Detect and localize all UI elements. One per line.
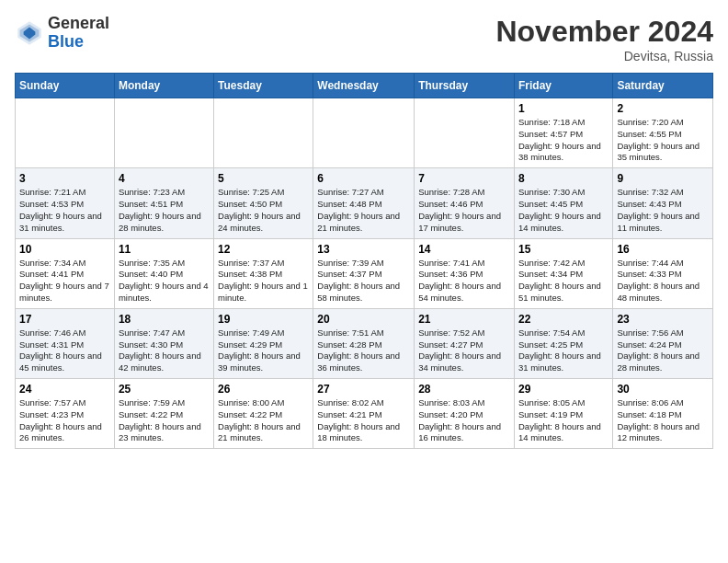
day-number: 11: [119, 243, 210, 256]
day-cell: 13Sunrise: 7:39 AM Sunset: 4:37 PM Dayli…: [313, 238, 415, 308]
day-number: 2: [617, 102, 709, 115]
day-info: Sunrise: 7:23 AM Sunset: 4:51 PM Dayligh…: [119, 187, 210, 234]
day-cell: 17Sunrise: 7:46 AM Sunset: 4:31 PM Dayli…: [16, 308, 115, 378]
day-cell: [114, 98, 213, 168]
day-number: 20: [317, 313, 410, 326]
day-cell: 24Sunrise: 7:57 AM Sunset: 4:23 PM Dayli…: [16, 379, 115, 449]
day-cell: 8Sunrise: 7:30 AM Sunset: 4:45 PM Daylig…: [514, 168, 612, 238]
title-area: November 2024 Devitsa, Russia: [495, 15, 713, 63]
day-cell: 23Sunrise: 7:56 AM Sunset: 4:24 PM Dayli…: [613, 308, 713, 378]
week-row-2: 3Sunrise: 7:21 AM Sunset: 4:53 PM Daylig…: [16, 168, 713, 238]
day-cell: 7Sunrise: 7:28 AM Sunset: 4:46 PM Daylig…: [415, 168, 515, 238]
day-cell: 11Sunrise: 7:35 AM Sunset: 4:40 PM Dayli…: [114, 238, 213, 308]
day-cell: 1Sunrise: 7:18 AM Sunset: 4:57 PM Daylig…: [514, 98, 612, 168]
calendar-header-row: SundayMondayTuesdayWednesdayThursdayFrid…: [16, 74, 713, 98]
day-info: Sunrise: 8:02 AM Sunset: 4:21 PM Dayligh…: [317, 397, 410, 444]
day-number: 23: [617, 313, 709, 326]
day-cell: 9Sunrise: 7:32 AM Sunset: 4:43 PM Daylig…: [613, 168, 713, 238]
day-number: 6: [317, 172, 410, 185]
day-cell: 5Sunrise: 7:25 AM Sunset: 4:50 PM Daylig…: [214, 168, 313, 238]
day-number: 21: [418, 313, 510, 326]
day-info: Sunrise: 8:05 AM Sunset: 4:19 PM Dayligh…: [518, 397, 609, 444]
day-cell: [415, 98, 515, 168]
day-number: 5: [218, 172, 309, 185]
day-cell: [214, 98, 313, 168]
col-header-tuesday: Tuesday: [214, 74, 313, 98]
col-header-thursday: Thursday: [415, 74, 515, 98]
day-cell: [313, 98, 415, 168]
day-cell: [16, 98, 115, 168]
day-number: 25: [119, 383, 210, 396]
day-cell: 10Sunrise: 7:34 AM Sunset: 4:41 PM Dayli…: [16, 238, 115, 308]
day-info: Sunrise: 8:03 AM Sunset: 4:20 PM Dayligh…: [418, 397, 510, 444]
day-info: Sunrise: 7:30 AM Sunset: 4:45 PM Dayligh…: [518, 187, 609, 234]
calendar-table: SundayMondayTuesdayWednesdayThursdayFrid…: [15, 73, 713, 449]
day-cell: 12Sunrise: 7:37 AM Sunset: 4:38 PM Dayli…: [214, 238, 313, 308]
day-cell: 25Sunrise: 7:59 AM Sunset: 4:22 PM Dayli…: [114, 379, 213, 449]
week-row-5: 24Sunrise: 7:57 AM Sunset: 4:23 PM Dayli…: [16, 379, 713, 449]
logo: General Blue: [15, 15, 109, 52]
day-cell: 21Sunrise: 7:52 AM Sunset: 4:27 PM Dayli…: [415, 308, 515, 378]
day-number: 14: [418, 243, 510, 256]
day-cell: 28Sunrise: 8:03 AM Sunset: 4:20 PM Dayli…: [415, 379, 515, 449]
day-info: Sunrise: 7:59 AM Sunset: 4:22 PM Dayligh…: [119, 397, 210, 444]
day-info: Sunrise: 7:42 AM Sunset: 4:34 PM Dayligh…: [518, 258, 609, 304]
day-info: Sunrise: 7:21 AM Sunset: 4:53 PM Dayligh…: [19, 187, 110, 234]
day-info: Sunrise: 7:47 AM Sunset: 4:30 PM Dayligh…: [119, 327, 210, 374]
day-info: Sunrise: 7:34 AM Sunset: 4:41 PM Dayligh…: [19, 258, 110, 304]
day-cell: 18Sunrise: 7:47 AM Sunset: 4:30 PM Dayli…: [114, 308, 213, 378]
col-header-monday: Monday: [114, 74, 213, 98]
day-cell: 22Sunrise: 7:54 AM Sunset: 4:25 PM Dayli…: [514, 308, 612, 378]
day-cell: 19Sunrise: 7:49 AM Sunset: 4:29 PM Dayli…: [214, 308, 313, 378]
day-number: 8: [518, 172, 609, 185]
day-info: Sunrise: 8:06 AM Sunset: 4:18 PM Dayligh…: [617, 397, 709, 444]
day-number: 4: [119, 172, 210, 185]
day-number: 29: [518, 383, 609, 396]
day-number: 28: [418, 383, 510, 396]
day-info: Sunrise: 7:32 AM Sunset: 4:43 PM Dayligh…: [617, 187, 709, 234]
day-number: 22: [518, 313, 609, 326]
day-info: Sunrise: 8:00 AM Sunset: 4:22 PM Dayligh…: [218, 397, 309, 444]
col-header-wednesday: Wednesday: [313, 74, 415, 98]
col-header-saturday: Saturday: [613, 74, 713, 98]
day-info: Sunrise: 7:28 AM Sunset: 4:46 PM Dayligh…: [418, 187, 510, 234]
logo-icon: [15, 18, 44, 48]
day-info: Sunrise: 7:18 AM Sunset: 4:57 PM Dayligh…: [518, 117, 609, 164]
day-number: 7: [418, 172, 510, 185]
day-number: 13: [317, 243, 410, 256]
day-cell: 3Sunrise: 7:21 AM Sunset: 4:53 PM Daylig…: [16, 168, 115, 238]
day-cell: 2Sunrise: 7:20 AM Sunset: 4:55 PM Daylig…: [613, 98, 713, 168]
logo-general: General: [48, 14, 109, 32]
day-info: Sunrise: 7:41 AM Sunset: 4:36 PM Dayligh…: [418, 258, 510, 304]
day-number: 1: [518, 102, 609, 115]
month-title: November 2024: [495, 15, 713, 49]
day-cell: 14Sunrise: 7:41 AM Sunset: 4:36 PM Dayli…: [415, 238, 515, 308]
day-number: 15: [518, 243, 609, 256]
day-info: Sunrise: 7:51 AM Sunset: 4:28 PM Dayligh…: [317, 327, 410, 374]
day-cell: 26Sunrise: 8:00 AM Sunset: 4:22 PM Dayli…: [214, 379, 313, 449]
day-cell: 27Sunrise: 8:02 AM Sunset: 4:21 PM Dayli…: [313, 379, 415, 449]
day-cell: 16Sunrise: 7:44 AM Sunset: 4:33 PM Dayli…: [613, 238, 713, 308]
day-info: Sunrise: 7:35 AM Sunset: 4:40 PM Dayligh…: [119, 258, 210, 304]
day-number: 9: [617, 172, 709, 185]
day-cell: 4Sunrise: 7:23 AM Sunset: 4:51 PM Daylig…: [114, 168, 213, 238]
day-number: 30: [617, 383, 709, 396]
day-info: Sunrise: 7:57 AM Sunset: 4:23 PM Dayligh…: [19, 397, 110, 444]
day-number: 18: [119, 313, 210, 326]
day-info: Sunrise: 7:27 AM Sunset: 4:48 PM Dayligh…: [317, 187, 410, 234]
day-number: 17: [19, 313, 110, 326]
day-info: Sunrise: 7:49 AM Sunset: 4:29 PM Dayligh…: [218, 327, 309, 374]
day-info: Sunrise: 7:46 AM Sunset: 4:31 PM Dayligh…: [19, 327, 110, 374]
day-info: Sunrise: 7:37 AM Sunset: 4:38 PM Dayligh…: [218, 258, 309, 304]
day-cell: 29Sunrise: 8:05 AM Sunset: 4:19 PM Dayli…: [514, 379, 612, 449]
logo-blue: Blue: [48, 32, 84, 51]
header: General Blue November 2024 Devitsa, Russ…: [15, 15, 713, 63]
day-number: 10: [19, 243, 110, 256]
day-cell: 6Sunrise: 7:27 AM Sunset: 4:48 PM Daylig…: [313, 168, 415, 238]
day-cell: 30Sunrise: 8:06 AM Sunset: 4:18 PM Dayli…: [613, 379, 713, 449]
location: Devitsa, Russia: [495, 49, 713, 63]
day-number: 12: [218, 243, 309, 256]
day-number: 27: [317, 383, 410, 396]
day-info: Sunrise: 7:54 AM Sunset: 4:25 PM Dayligh…: [518, 327, 609, 374]
day-info: Sunrise: 7:52 AM Sunset: 4:27 PM Dayligh…: [418, 327, 510, 374]
